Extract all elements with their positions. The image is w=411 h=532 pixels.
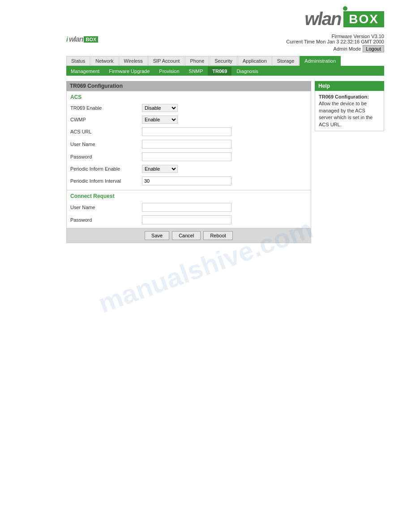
config-panel: TR069 Configuration ACS TR069 Enable Dis… (66, 81, 311, 243)
acs-password-input[interactable] (142, 152, 231, 161)
connect-request-section-title: Connect Request (67, 190, 311, 201)
firmware-info: Firmware Version V3.10 Current Time Mon … (286, 34, 384, 52)
button-bar: Save Cancel Reboot (67, 228, 311, 243)
table-row: Periodic Inform Interval (67, 175, 311, 187)
subtab-tr069[interactable]: TR069 (208, 67, 231, 76)
table-row: CWMP Enable Disable (67, 114, 311, 125)
field-label: ACS URL (67, 125, 138, 138)
subtab-diagnosis[interactable]: Diagnosis (232, 67, 262, 76)
tr069-enable-select[interactable]: Disable Enable (142, 104, 178, 112)
admin-mode-label: Admin Mode (334, 46, 361, 51)
table-row: ACS URL (67, 125, 311, 138)
panel-title: TR069 Configuration (66, 81, 311, 91)
tab-network[interactable]: Network (90, 56, 118, 66)
help-text: Allow the device to be managed by the AC… (319, 101, 372, 127)
field-label: TR069 Enable (67, 102, 138, 114)
field-label: User Name (67, 201, 138, 214)
tab-storage[interactable]: Storage (272, 56, 300, 66)
connect-username-input[interactable] (142, 203, 231, 212)
small-logo: i wlan BOX (66, 35, 98, 43)
table-row: Password (67, 214, 311, 226)
save-button[interactable]: Save (145, 231, 169, 240)
tab-phone[interactable]: Phone (185, 56, 209, 66)
main-nav: Status Network Wireless SIP Account Phon… (66, 56, 384, 67)
subtab-snmp[interactable]: SNMP (184, 67, 208, 76)
acs-url-input[interactable] (142, 127, 231, 136)
cancel-button[interactable]: Cancel (172, 231, 201, 240)
tab-security[interactable]: Security (210, 56, 237, 66)
subtab-firmware-upgrade[interactable]: Firmware Upgrade (104, 67, 154, 76)
cwmp-select[interactable]: Enable Disable (142, 116, 178, 124)
connect-password-input[interactable] (142, 215, 231, 224)
tab-status[interactable]: Status (66, 56, 90, 66)
field-label: Periodic Inform Interval (67, 175, 138, 187)
table-row: User Name (67, 201, 311, 214)
sub-nav: Management Firmware Upgrade Provision SN… (66, 67, 384, 76)
table-row: Periodic Inform Enable Enable Disable (67, 163, 311, 175)
help-section-label: TR069 Configuration: (319, 94, 369, 99)
table-row: User Name (67, 138, 311, 150)
field-label: Password (67, 150, 138, 163)
logo-box-text: BOX (349, 12, 379, 26)
acs-username-input[interactable] (142, 140, 231, 149)
tab-application[interactable]: Application (238, 56, 272, 66)
periodic-inform-interval-input[interactable] (142, 176, 231, 185)
table-row: TR069 Enable Disable Enable (67, 102, 311, 114)
help-content: TR069 Configuration: Allow the device to… (315, 91, 384, 131)
subtab-management[interactable]: Management (66, 67, 104, 76)
logout-button[interactable]: Logout (363, 45, 384, 52)
tab-administration[interactable]: Administration (300, 56, 341, 66)
reboot-button[interactable]: Reboot (203, 231, 232, 240)
top-logo-area: wlan BOX (0, 0, 411, 34)
field-label: Password (67, 214, 138, 226)
tab-wireless[interactable]: Wireless (119, 56, 148, 66)
help-title: Help (315, 81, 384, 91)
field-label: Periodic Inform Enable (67, 163, 138, 175)
tab-sip-account[interactable]: SIP Account (148, 56, 185, 66)
help-panel: Help TR069 Configuration: Allow the devi… (315, 81, 384, 243)
acs-section-title: ACS (67, 91, 311, 102)
field-label: User Name (67, 138, 138, 150)
logo-wlan-text: wlan (304, 9, 341, 29)
periodic-inform-enable-select[interactable]: Enable Disable (142, 165, 178, 173)
field-label: CWMP (67, 114, 138, 125)
subtab-provision[interactable]: Provision (154, 67, 184, 76)
table-row: Password (67, 150, 311, 163)
